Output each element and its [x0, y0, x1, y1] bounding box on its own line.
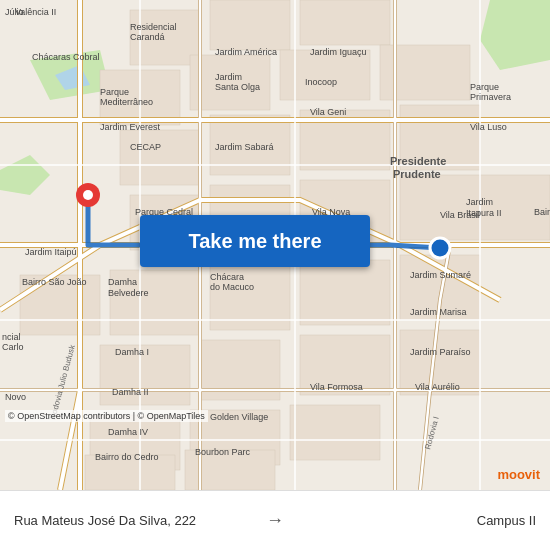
block-vila-aurelio [290, 405, 380, 460]
label-novo: Novo [5, 392, 26, 402]
block-jardim-iguacu [300, 0, 390, 45]
block-inocoop [280, 50, 370, 100]
label-vila-formosa: Vila Formosa [310, 382, 363, 392]
label-jardim-sumare: Jardim Sumaré [410, 270, 471, 280]
label-jardim-marisa: Jardim Marisa [410, 307, 467, 317]
label-presidente-prudente: Presidente [390, 155, 446, 167]
label-vila-luso: Vila Luso [470, 122, 507, 132]
block-cecap [120, 130, 200, 185]
label-bairro-cedro: Bairro do Cedro [95, 452, 159, 462]
block-jardim-america [210, 0, 290, 50]
label-jardim-itapura: Jardim [466, 197, 493, 207]
label-bourbon: Bourbon Parc [195, 447, 251, 457]
label-carlo: Carlo [2, 342, 24, 352]
origin-text: Rua Mateus José Da Silva, 222 [14, 513, 256, 528]
origin-marker [76, 183, 100, 207]
label-vila-aurelio: Vila Aurélio [415, 382, 460, 392]
label-presidente-prudente2: Prudente [393, 168, 441, 180]
label-jardim-iguacu: Jardim Iguaçu [310, 47, 367, 57]
label-chacara-cobral: Chácaras Cobral [32, 52, 100, 62]
label-jardim-itapura2: Itapura II [466, 208, 502, 218]
label-cecap: CECAP [130, 142, 161, 152]
moovit-logo: moovit [497, 467, 540, 482]
label-residencial2: Carandá [130, 32, 165, 42]
take-me-there-button[interactable]: Take me there [140, 215, 370, 267]
label-damha-ii: Damha II [112, 387, 149, 397]
svg-point-2 [83, 190, 93, 200]
label-jardim-santa2: Santa Olga [215, 82, 260, 92]
label-parque-primavera2: Primavera [470, 92, 511, 102]
label-damha-i: Damha I [115, 347, 149, 357]
label-jardim-everest: Jardim Everest [100, 122, 161, 132]
label-bairr: Bairr [534, 207, 550, 217]
label-damha-belvedere: Damha [108, 277, 137, 287]
label-vila-geni: Vila Geni [310, 107, 346, 117]
label-jardim-america: Jardim América [215, 47, 277, 57]
arrow-icon: → [266, 510, 284, 531]
label-chacara2: do Macuco [210, 282, 254, 292]
label-jardim-itaipu: Jardim Itaipú [25, 247, 77, 257]
label-julio: Júlio [5, 7, 24, 17]
label-jardim-sabara: Jardim Sabará [215, 142, 274, 152]
label-nci: ncial [2, 332, 21, 342]
bottom-bar: Rua Mateus José Da Silva, 222 → Campus I… [0, 490, 550, 550]
label-jardim-santa: Jardim [215, 72, 242, 82]
map-container: Presidente Prudente Jardim Itaipú Vila B… [0, 0, 550, 490]
label-jardim-paraiso: Jardim Paraíso [410, 347, 471, 357]
osm-attribution: © OpenStreetMap contributors | © OpenMap… [5, 410, 208, 422]
label-parque-primavera: Parque [470, 82, 499, 92]
destination-marker [430, 238, 450, 258]
label-residencial: Residencial [130, 22, 177, 32]
label-parque-med: Parque [100, 87, 129, 97]
destination-text: Campus II [294, 513, 536, 528]
block-vila-formosa [300, 260, 390, 325]
label-chacara: Chácara [210, 272, 244, 282]
label-golden: Golden Village [210, 412, 268, 422]
label-damha-belvedere2: Belvedere [108, 288, 149, 298]
label-parque-med2: Mediterrâneo [100, 97, 153, 107]
label-damha-iv: Damha IV [108, 427, 148, 437]
label-inocoop: Inocoop [305, 77, 337, 87]
label-bairro-sj: Bairro São João [22, 277, 87, 287]
